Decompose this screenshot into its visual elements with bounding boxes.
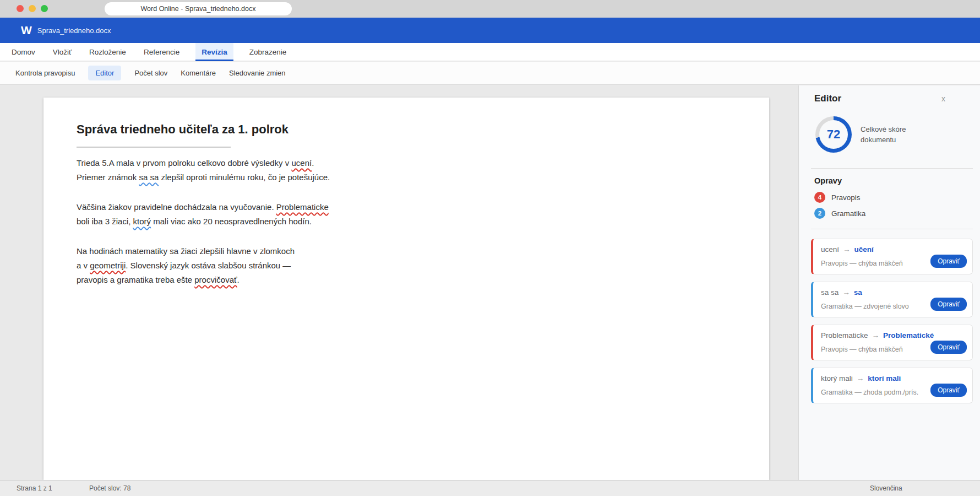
tab-revizia[interactable]: Revízia bbox=[195, 43, 233, 61]
apply-fix-button[interactable]: Opraviť bbox=[930, 341, 967, 354]
correction-card[interactable]: Problematicke→ProblematickéPravopis — ch… bbox=[811, 325, 973, 360]
tab-referencie[interactable]: Referencie bbox=[142, 43, 181, 61]
heading-rule bbox=[77, 147, 231, 148]
editor-panel-header: Editor x bbox=[811, 93, 973, 104]
document-page[interactable]: Správa triedneho učiteľa za 1. polrok Tr… bbox=[43, 98, 769, 480]
apply-fix-button[interactable]: Opraviť bbox=[930, 255, 967, 268]
text-run: Na hodinách matematiky sa žiaci zlepšili… bbox=[77, 246, 295, 256]
corrections-heading: Opravy bbox=[811, 176, 973, 185]
original-text: ucení bbox=[821, 245, 839, 254]
text-run: zlepšil oproti minulému roku, čo je pote… bbox=[159, 172, 330, 182]
window-close-icon[interactable] bbox=[17, 5, 24, 12]
arrow-icon: → bbox=[843, 245, 851, 254]
text-line: pravopis a gramatika treba ešte procvičo… bbox=[77, 273, 736, 287]
window-minimize-icon[interactable] bbox=[29, 5, 36, 12]
pravopis-count-badge: 4 bbox=[814, 192, 825, 203]
close-panel-icon[interactable]: x bbox=[941, 94, 945, 103]
apply-fix-button[interactable]: Opraviť bbox=[930, 298, 967, 311]
toolbar-item-pocet-slov[interactable]: Počet slov bbox=[134, 69, 167, 77]
text-run: Väčšina žiakov pravidelne dochádzala na … bbox=[77, 202, 276, 212]
text-run: pravopis a gramatika treba ešte bbox=[77, 275, 194, 284]
arrow-icon: → bbox=[857, 374, 864, 382]
score-value: 72 bbox=[827, 127, 840, 142]
paragraph: Trieda 5.A mala v prvom polroku celkovo … bbox=[77, 156, 736, 185]
grammar-flagged-word[interactable]: sa sa bbox=[139, 172, 159, 182]
text-run: . Slovenský jazyk ostáva slabšou stránko… bbox=[126, 261, 291, 270]
category-pravopis[interactable]: 4Pravopis bbox=[811, 192, 973, 203]
score-label: Celkové skóre dokumentu bbox=[861, 124, 927, 145]
pravopis-label: Pravopis bbox=[831, 193, 861, 202]
correction-card-list: ucení→učeníPravopis — chýba mäkčeňOpravi… bbox=[811, 239, 973, 403]
paragraph: Väčšina žiakov pravidelne dochádzala na … bbox=[77, 200, 736, 229]
tab-domov[interactable]: Domov bbox=[10, 43, 37, 61]
text-line: Väčšina žiakov pravidelne dochádzala na … bbox=[77, 200, 736, 214]
original-text: sa sa bbox=[821, 288, 839, 296]
status-bar: Strana 1 z 1 Počet slov: 78 Slovenčina bbox=[0, 480, 980, 496]
editor-panel-title: Editor bbox=[814, 93, 841, 104]
gramatika-label: Gramatika bbox=[831, 209, 865, 218]
text-line: a v geometriji. Slovenský jazyk ostáva s… bbox=[77, 258, 736, 273]
text-line: boli iba 3 žiaci, ktorý mali viac ako 20… bbox=[77, 214, 736, 229]
word-logo-icon: W bbox=[21, 24, 32, 37]
suggested-text: sa bbox=[854, 288, 862, 296]
tab-zobrazenie[interactable]: Zobrazenie bbox=[248, 43, 288, 61]
correction-card[interactable]: sa sa→saGramatika — zdvojené slovoOpravi… bbox=[811, 282, 973, 317]
panel-divider bbox=[811, 168, 973, 169]
arrow-icon: → bbox=[842, 288, 850, 296]
document-heading: Správa triedneho učiteľa za 1. polrok bbox=[77, 122, 736, 137]
window-zoom-icon[interactable] bbox=[41, 5, 48, 12]
page-indicator: Strana 1 z 1 bbox=[17, 481, 52, 496]
original-text: ktorý mali bbox=[821, 374, 853, 382]
correction-summary: sa sa→sa bbox=[821, 288, 966, 298]
app-bar: W Sprava_triedneho.docx bbox=[0, 18, 980, 43]
category-gramatika[interactable]: 2Gramatika bbox=[811, 208, 973, 219]
ribbon-tabs: DomovVložiťRozloženieReferencieRevíziaZo… bbox=[0, 43, 980, 61]
spelling-flagged-word[interactable]: ucení bbox=[291, 158, 312, 168]
correction-summary: ktorý mali→ktorí mali bbox=[821, 374, 966, 384]
arrow-icon: → bbox=[872, 331, 880, 339]
spelling-flagged-word[interactable]: geometriji bbox=[90, 261, 126, 270]
editor-panel: Editor x 72 Celkové skóre dokumentu Opra… bbox=[798, 85, 980, 480]
correction-card[interactable]: ucení→učeníPravopis — chýba mäkčeňOpravi… bbox=[811, 239, 973, 274]
score-ring: 72 bbox=[815, 116, 852, 153]
correction-categories: 4Pravopis2Gramatika bbox=[811, 192, 973, 219]
suggested-text: ktorí mali bbox=[868, 374, 901, 382]
tab-vlozit[interactable]: Vložiť bbox=[51, 43, 73, 61]
review-toolbar: Kontrola pravopisuEditorPočet slovKoment… bbox=[0, 62, 980, 85]
text-run: Trieda 5.A mala v prvom polroku celkovo … bbox=[77, 158, 291, 168]
tab-rozlozenie[interactable]: Rozloženie bbox=[88, 43, 128, 61]
text-run: a v bbox=[77, 261, 90, 270]
spelling-flagged-word[interactable]: Problematicke bbox=[276, 202, 329, 212]
document-filename: Sprava_triedneho.docx bbox=[37, 26, 111, 35]
panel-divider bbox=[811, 229, 973, 229]
text-run: Priemer známok bbox=[77, 172, 139, 182]
spelling-flagged-word[interactable]: procvičovať bbox=[194, 275, 237, 284]
suggested-text: Problematické bbox=[883, 331, 934, 339]
gramatika-count-badge: 2 bbox=[814, 208, 825, 219]
text-run: . bbox=[237, 275, 239, 284]
correction-summary: ucení→učení bbox=[821, 245, 966, 255]
toolbar-item-editor[interactable]: Editor bbox=[88, 66, 121, 80]
score-section: 72 Celkové skóre dokumentu bbox=[811, 116, 973, 153]
language-indicator[interactable]: Slovenčina bbox=[870, 481, 902, 496]
text-run: . bbox=[312, 158, 314, 168]
suggested-text: učení bbox=[854, 245, 874, 254]
text-run: boli iba 3 žiaci, bbox=[77, 217, 133, 226]
toolbar-item-komentare[interactable]: Komentáre bbox=[181, 69, 216, 77]
word-count: Počet slov: 78 bbox=[89, 481, 130, 496]
apply-fix-button[interactable]: Opraviť bbox=[930, 384, 967, 397]
text-line: Na hodinách matematiky sa žiaci zlepšili… bbox=[77, 244, 736, 258]
grammar-flagged-word[interactable]: ktorý bbox=[133, 217, 151, 226]
correction-summary: Problematicke→Problematické bbox=[821, 331, 966, 341]
original-text: Problematicke bbox=[821, 331, 868, 339]
text-run: mali viac ako 20 neospravedlnených hodín… bbox=[151, 217, 312, 226]
toolbar-item-sledovanie-zmien[interactable]: Sledovanie zmien bbox=[229, 69, 286, 77]
window-titlebar: Word Online - Sprava_triedneho.docx bbox=[0, 0, 980, 18]
window-title: Word Online - Sprava_triedneho.docx bbox=[105, 2, 292, 15]
text-line: Trieda 5.A mala v prvom polroku celkovo … bbox=[77, 156, 736, 170]
correction-card[interactable]: ktorý mali→ktorí maliGramatika — zhoda p… bbox=[811, 368, 973, 403]
paragraph: Na hodinách matematiky sa žiaci zlepšili… bbox=[77, 244, 736, 287]
document-body: Trieda 5.A mala v prvom polroku celkovo … bbox=[77, 156, 736, 287]
text-line: Priemer známok sa sa zlepšil oproti minu… bbox=[77, 170, 736, 185]
toolbar-item-kontrola-pravopisu[interactable]: Kontrola pravopisu bbox=[15, 69, 75, 77]
